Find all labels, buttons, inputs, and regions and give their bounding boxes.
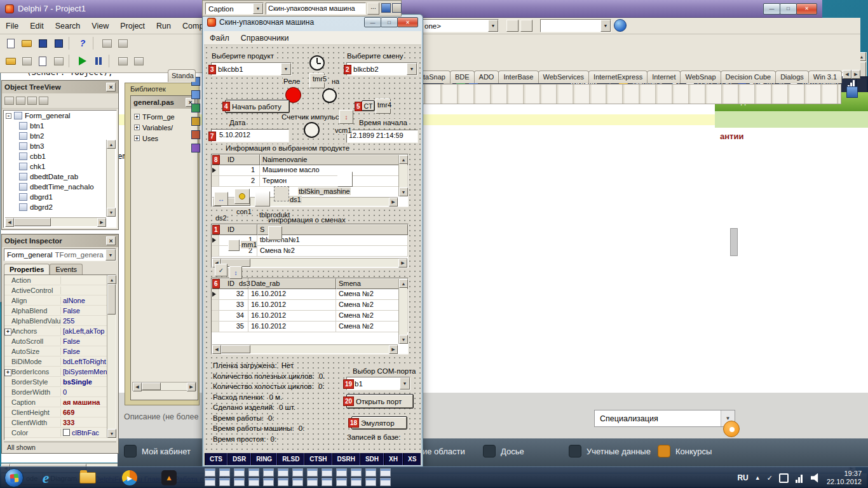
toolbar-icon[interactable] bbox=[191, 117, 200, 126]
toolbar-icon[interactable] bbox=[191, 90, 200, 99]
grid-column-header[interactable]: ID bbox=[219, 224, 257, 235]
property-row[interactable]: Caption ая машина bbox=[4, 397, 116, 407]
volume-icon[interactable] bbox=[811, 473, 820, 483]
updown-component-icon[interactable]: ↕ bbox=[229, 266, 242, 279]
menu-item[interactable]: Project bbox=[114, 22, 151, 30]
form-menu-item[interactable]: Справочники bbox=[235, 34, 295, 43]
tree-item[interactable]: dbgrd1 bbox=[4, 192, 116, 202]
notification-badge-icon[interactable] bbox=[723, 421, 740, 437]
vertical-scrollbar[interactable]: ▲ ▼ bbox=[398, 155, 407, 196]
scroll-right-icon[interactable]: ▶ bbox=[389, 345, 398, 354]
grid-row[interactable]: 1 Машинное масло bbox=[212, 165, 408, 176]
palette-tab[interactable]: WebSnap bbox=[680, 71, 721, 83]
grid-row[interactable]: 35 16.10.2012 Смена №2 bbox=[212, 322, 408, 332]
shift-combobox[interactable]: blkcbb2 ▼ bbox=[346, 62, 417, 76]
taskbar-grid-icon[interactable] bbox=[336, 478, 347, 486]
property-row[interactable]: ClientWidth 333 bbox=[4, 417, 116, 428]
taskbar-grid-icon[interactable] bbox=[205, 478, 215, 486]
taskbar-grid-icon[interactable] bbox=[365, 478, 376, 486]
start-time-field[interactable]: 12.1899 21:14:59 bbox=[346, 130, 418, 143]
maximize-button[interactable]: □ bbox=[780, 3, 797, 15]
property-row[interactable]: Align alNone bbox=[4, 295, 116, 306]
open-port-button[interactable]: Открыть порт bbox=[346, 394, 414, 409]
property-row[interactable]: AlphaBlendValu 255 bbox=[4, 316, 116, 326]
expand-icon[interactable]: + bbox=[134, 125, 140, 130]
menu-item[interactable]: View bbox=[86, 22, 114, 30]
dropdown-icon[interactable]: ▼ bbox=[281, 63, 291, 75]
palette-tab[interactable]: Internet bbox=[647, 71, 681, 83]
ado-table-icon[interactable] bbox=[268, 226, 282, 240]
site-scrollbar-fragment[interactable] bbox=[730, 228, 738, 256]
palette-tab[interactable]: Win 3.1 bbox=[808, 71, 842, 83]
tree-item[interactable]: chk1 bbox=[4, 161, 116, 172]
horizontal-scrollbar[interactable]: ◀ ▶ bbox=[212, 344, 398, 353]
vertical-scrollbar[interactable]: ▲ ▼ bbox=[106, 140, 115, 217]
scrollbar-thumb[interactable] bbox=[14, 218, 51, 226]
generalpas-titlebar[interactable]: general.pas ✕ bbox=[131, 96, 198, 109]
form-menu-item[interactable]: Файл bbox=[204, 34, 235, 43]
grid-column-header[interactable]: ID bbox=[219, 154, 260, 165]
toolbar-icon[interactable] bbox=[506, 20, 519, 32]
vertical-scrollbar[interactable]: ▲ ▼ bbox=[107, 275, 116, 438]
vcm-component-icon[interactable]: ↕ bbox=[339, 110, 353, 124]
property-row[interactable]: BorderIcons [biSystemMen bbox=[4, 367, 116, 377]
expand-icon[interactable] bbox=[4, 327, 11, 336]
dropdown-icon[interactable]: ▼ bbox=[253, 3, 263, 14]
product-combobox[interactable]: blkcbb1 ▼ bbox=[211, 62, 292, 76]
taskbar-grid-icon[interactable] bbox=[292, 468, 303, 477]
toolbar-icon[interactable] bbox=[191, 144, 200, 152]
palette-tab[interactable]: BDE bbox=[450, 71, 475, 83]
scroll-left-icon[interactable]: ◀ bbox=[212, 345, 221, 354]
palette-tab[interactable]: InternetExpress bbox=[588, 71, 648, 83]
property-row[interactable]: AutoSize False bbox=[4, 346, 116, 356]
step-over-icon[interactable] bbox=[132, 54, 146, 68]
scroll-up-icon[interactable]: ▲ bbox=[399, 279, 408, 288]
expand-icon[interactable] bbox=[4, 367, 11, 376]
menu-item[interactable]: Edit bbox=[24, 22, 50, 30]
tab-events[interactable]: Events bbox=[50, 264, 83, 274]
toolbar-icon[interactable] bbox=[16, 97, 25, 105]
tabs-scroll-right-icon[interactable]: ▶ bbox=[851, 70, 860, 79]
grid-row[interactable]: 34 16.10.2012 Смена №2 bbox=[212, 311, 408, 322]
tree-item[interactable]: dbedtDate_rab bbox=[4, 172, 116, 182]
open-project-icon[interactable] bbox=[4, 54, 18, 68]
dropdown-icon[interactable]: ▼ bbox=[407, 63, 417, 75]
menu-item[interactable]: File bbox=[0, 22, 24, 30]
inspector-titlebar[interactable]: Object Inspector ✕ bbox=[2, 234, 118, 247]
expand-icon[interactable]: + bbox=[134, 114, 140, 119]
menu-item[interactable]: Run bbox=[151, 22, 177, 30]
property-row[interactable]: ActiveControl bbox=[4, 285, 116, 295]
taskbar-grid-icon[interactable] bbox=[307, 478, 318, 486]
taskbar-grid-icon[interactable] bbox=[234, 468, 245, 477]
taskbar-grid-icon[interactable] bbox=[263, 468, 274, 477]
tree-item[interactable]: + Variables/ bbox=[131, 122, 198, 133]
vertical-scrollbar[interactable]: ▲ ▼ bbox=[398, 279, 407, 344]
ado-table-icon[interactable] bbox=[255, 191, 270, 207]
taskbar-grid-icon[interactable] bbox=[234, 478, 245, 486]
property-row[interactable]: Action bbox=[4, 275, 116, 285]
taskbar-explorer-icon[interactable] bbox=[75, 469, 100, 487]
scroll-right-icon[interactable]: ▶ bbox=[187, 383, 196, 391]
palette-tab[interactable]: Dialogs bbox=[775, 71, 809, 83]
scrollbar-thumb[interactable] bbox=[107, 284, 116, 315]
taskbar-mediaplayer-icon[interactable]: ▶ bbox=[117, 469, 142, 487]
taskbar-grid-icon[interactable] bbox=[307, 468, 318, 477]
taskbar-ie-icon[interactable]: e bbox=[33, 469, 58, 487]
scrollbar-thumb[interactable] bbox=[221, 345, 250, 353]
taskbar-clock[interactable]: 19:37 22.10.2012 bbox=[827, 470, 865, 486]
object-selector-combobox[interactable]: Form_general TForm_genera ▼ bbox=[4, 248, 116, 261]
collapse-icon[interactable]: - bbox=[6, 113, 11, 119]
taskbar-grid-icon[interactable] bbox=[263, 478, 274, 486]
taskbar-grid-icon[interactable] bbox=[336, 468, 347, 477]
tree-root-item[interactable]: - Form_general bbox=[4, 111, 116, 121]
scroll-right-icon[interactable]: ▶ bbox=[398, 259, 407, 268]
tree-item[interactable]: dbgrd2 bbox=[4, 202, 116, 212]
dropdown-icon[interactable]: ▼ bbox=[400, 377, 410, 390]
specialization-dropdown[interactable]: Специализация ▼ bbox=[594, 410, 735, 427]
save-all-icon[interactable] bbox=[51, 36, 65, 50]
property-value-input[interactable]: Скин-упаковочная машина bbox=[266, 3, 366, 15]
com-port-combobox[interactable]: b1 ▼ bbox=[346, 377, 410, 390]
pause-icon[interactable] bbox=[92, 54, 105, 68]
scroll-left-icon[interactable]: ◀ bbox=[133, 383, 142, 391]
form-titlebar[interactable]: Скин-упаковочная машина — □ ✕ bbox=[203, 15, 423, 30]
